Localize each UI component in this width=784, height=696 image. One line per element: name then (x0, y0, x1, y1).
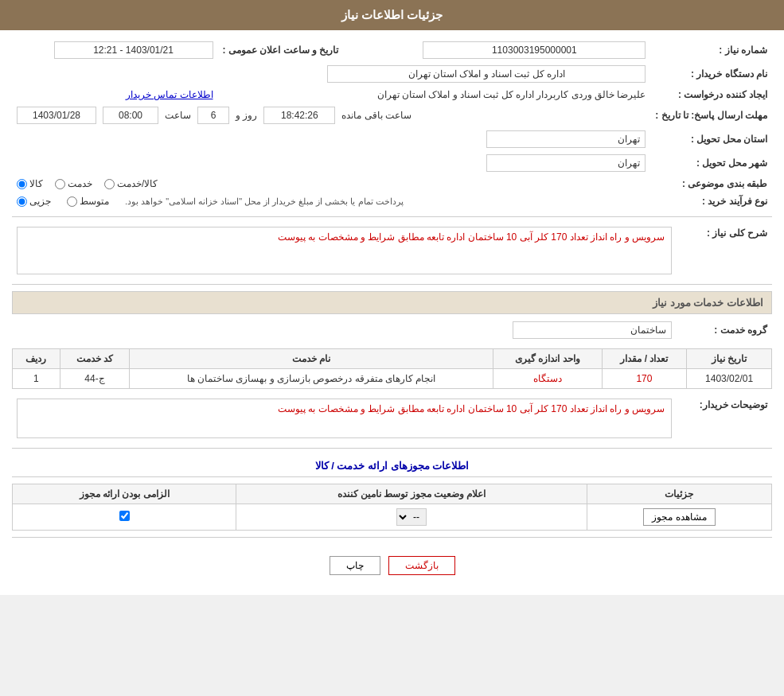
license-status-select[interactable]: -- (396, 508, 427, 526)
delivery-province-value: تهران (12, 127, 650, 151)
buyer-desc-section: توضیحات خریدار: سرویس و راه انداز تعداد … (12, 395, 772, 441)
license-col-required: الزامی بودن ارائه مجوز (13, 484, 236, 504)
service-group-value: ساختمان (12, 318, 677, 342)
response-unit: روز و (236, 110, 257, 121)
requester-name: علیرضا خالق وردی کاربردار اداره کل ثبت ا… (377, 89, 646, 100)
category-khadamat-radio[interactable] (55, 179, 65, 189)
announce-date-label: تاریخ و ساعت اعلان عمومی : (218, 38, 344, 62)
need-desc-row: شرح کلی نیاز : سرویس و راه انداز تعداد 1… (12, 224, 772, 278)
delivery-city-display: تهران (486, 154, 646, 172)
license-header-row: جزئیات اعلام وضعیت مجوز توسط نامین کننده… (13, 484, 772, 504)
category-kala-radio[interactable] (17, 179, 27, 189)
services-table-header-row: تاریخ نیاز تعداد / مقدار واحد اندازه گیر… (13, 349, 772, 369)
requester-link[interactable]: اطلاعات تماس خریدار (126, 89, 213, 100)
buyer-org-label: نام دستگاه خریدار : (650, 62, 772, 86)
response-days: 6 (197, 107, 229, 124)
requester-link-cell: اطلاعات تماس خریدار (12, 86, 218, 103)
category-khadamat-label: خدمت (68, 178, 92, 189)
view-license-button[interactable]: مشاهده مجوز (643, 508, 715, 526)
licenses-section-title: اطلاعات مجوزهای ارائه خدمت / کالا (12, 455, 772, 477)
row-service-name: انجام کارهای متفرقه درخصوص بازسازی و بهس… (130, 369, 493, 389)
requester-row: ایجاد کننده درخواست : علیرضا خالق وردی ک… (12, 86, 772, 103)
delivery-province-row: استان محل تحویل : تهران (12, 127, 772, 151)
announce-date-display: 1403/01/21 - 12:21 (54, 41, 213, 59)
need-number-row: شماره نیاز : 1103003195000001 تاریخ و سا… (12, 38, 772, 62)
category-khadamat-option: خدمت (55, 178, 92, 189)
delivery-city-label: شهر محل تحویل : (650, 151, 772, 175)
footer-buttons: بازگشت چاپ (12, 544, 772, 587)
purchase-type-jozvi-radio[interactable] (17, 196, 27, 207)
delivery-city-row: شهر محل تحویل : تهران (12, 151, 772, 175)
row-service-code: ج-44 (60, 369, 130, 389)
license-row: مشاهده مجوز -- (13, 504, 772, 531)
page-header: جزئیات اطلاعات نیاز (0, 0, 784, 30)
row-unit: دستگاه (493, 369, 602, 389)
purchase-type-motevaset-radio[interactable] (67, 196, 77, 207)
category-row: طبقه بندی موضوعی : کالا/خدمت خدمت کالا (12, 175, 772, 192)
category-kala-khadamat-option: کالا/خدمت (104, 178, 158, 189)
need-desc-display: سرویس و راه انداز تعداد 170 کلر آبی 10 س… (17, 227, 672, 274)
services-section-title: اطلاعات خدمات مورد نیاز (12, 291, 772, 314)
response-date: 1403/01/28 (17, 107, 96, 124)
license-col-details: جزئیات (587, 484, 771, 504)
divider-2 (12, 284, 772, 285)
divider-1 (12, 216, 772, 217)
need-desc-label: شرح کلی نیاز : (677, 224, 772, 278)
buyer-desc-label: توضیحات خریدار: (677, 395, 772, 441)
services-table: تاریخ نیاز تعداد / مقدار واحد اندازه گیر… (12, 348, 772, 389)
need-desc-value: سرویس و راه انداز تعداد 170 کلر آبی 10 س… (12, 224, 677, 278)
col-service-code: کد خدمت (60, 349, 130, 369)
license-details-cell: مشاهده مجوز (587, 504, 771, 531)
back-button[interactable]: بازگشت (388, 556, 455, 575)
response-deadline-label: مهلت ارسال پاسخ: تا تاریخ : (650, 103, 772, 127)
divider-4 (12, 537, 772, 538)
license-required-checkbox[interactable] (119, 511, 130, 521)
license-status-cell: -- (236, 504, 587, 531)
need-desc-section: شرح کلی نیاز : سرویس و راه انداز تعداد 1… (12, 224, 772, 278)
license-col-status: اعلام وضعیت مجوز توسط نامین کننده (236, 484, 587, 504)
col-row-num: ردیف (13, 349, 60, 369)
need-number-display: 1103003195000001 (423, 41, 646, 59)
row-date: 1403/02/01 (687, 369, 772, 389)
table-row: 1403/02/01 170 دستگاه انجام کارهای متفرق… (13, 369, 772, 389)
delivery-city-value: تهران (12, 151, 650, 175)
purchase-type-motevaset-label: متوسط (80, 196, 109, 207)
time-label: ساعت (165, 110, 191, 121)
main-content: شماره نیاز : 1103003195000001 تاریخ و سا… (0, 30, 784, 595)
response-time: 08:00 (103, 107, 158, 124)
delivery-province-label: استان محل تحویل : (650, 127, 772, 151)
services-table-header: تاریخ نیاز تعداد / مقدار واحد اندازه گیر… (13, 349, 772, 369)
license-table-body: مشاهده مجوز -- (13, 504, 772, 531)
license-table-header: جزئیات اعلام وضعیت مجوز توسط نامین کننده… (13, 484, 772, 504)
col-unit: واحد اندازه گیری (493, 349, 602, 369)
purchase-type-row: نوع فرآیند خرید : پرداخت تمام یا بخشی از… (12, 192, 772, 210)
print-button[interactable]: چاپ (330, 556, 380, 575)
buyer-org-row: نام دستگاه خریدار : اداره کل ثبت اسناد و… (12, 62, 772, 86)
page-title: جزئیات اطلاعات نیاز (341, 8, 443, 21)
service-group-row: گروه خدمت : ساختمان (12, 318, 772, 342)
requester-value: علیرضا خالق وردی کاربردار اداره کل ثبت ا… (218, 86, 651, 103)
response-deadline-row: مهلت ارسال پاسخ: تا تاریخ : ساعت باقی ما… (12, 103, 772, 127)
purchase-type-jozvi-label: جزیی (29, 196, 51, 207)
buyer-org-display: اداره کل ثبت اسناد و املاک استان تهران (327, 65, 646, 83)
response-deadline-value: ساعت باقی مانده 18:42:26 روز و 6 ساعت 08… (12, 103, 650, 127)
need-number-value: 1103003195000001 (367, 38, 650, 62)
row-quantity: 170 (602, 369, 687, 389)
buyer-desc-row: توضیحات خریدار: سرویس و راه انداز تعداد … (12, 395, 772, 441)
col-quantity: تعداد / مقدار (602, 349, 687, 369)
purchase-type-label: نوع فرآیند خرید : (650, 192, 772, 210)
category-kala-khadamat-label: کالا/خدمت (117, 178, 158, 189)
requester-label: ایجاد کننده درخواست : (650, 86, 772, 103)
buyer-desc-display: سرویس و راه انداز تعداد 170 کلر آبی 10 س… (17, 399, 672, 438)
buyer-org-value: اداره کل ثبت اسناد و املاک استان تهران (12, 62, 650, 86)
basic-info-table: شماره نیاز : 1103003195000001 تاریخ و سا… (12, 38, 772, 210)
col-service-name: نام خدمت (130, 349, 493, 369)
response-clock: 18:42:26 (263, 107, 335, 124)
license-table: جزئیات اعلام وضعیت مجوز توسط نامین کننده… (12, 484, 772, 531)
category-kala-khadamat-radio[interactable] (104, 179, 115, 189)
col-date: تاریخ نیاز (687, 349, 772, 369)
category-kala-label: کالا (29, 178, 43, 189)
category-kala-option: کالا (17, 178, 43, 189)
service-group-label: گروه خدمت : (677, 318, 772, 342)
services-table-body: 1403/02/01 170 دستگاه انجام کارهای متفرق… (13, 369, 772, 389)
